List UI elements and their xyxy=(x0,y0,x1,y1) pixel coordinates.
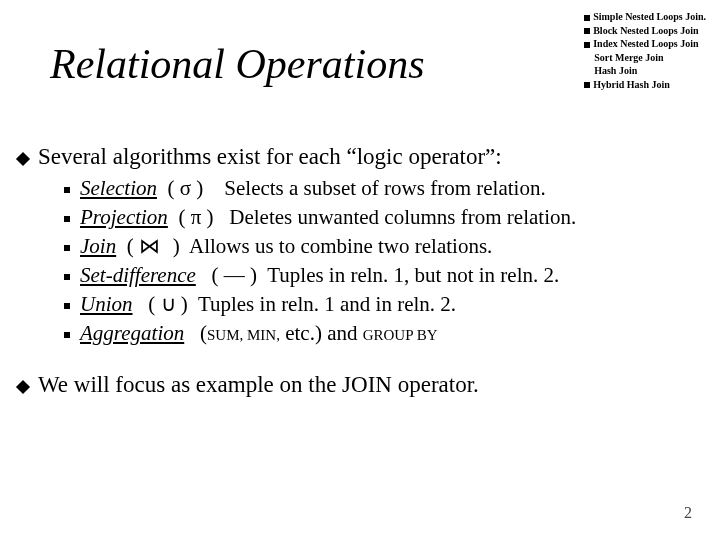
toc-label: Simple Nested Loops Join. xyxy=(593,11,706,22)
square-bullet-icon xyxy=(64,332,70,338)
toc-label: Hash Join xyxy=(594,65,637,76)
op-name: Union xyxy=(80,292,133,316)
list-item: Aggregation (SUM, MIN, etc.) and GROUP B… xyxy=(64,321,698,346)
operator-list: Selection ( σ ) Selects a subset of rows… xyxy=(64,176,698,346)
op-name: Set-difference xyxy=(80,263,196,287)
diamond-bullet-icon xyxy=(583,67,591,75)
square-bullet-icon xyxy=(64,216,70,222)
join-algorithms-toc: Simple Nested Loops Join. Block Nested L… xyxy=(584,10,706,91)
toc-item: Index Nested Loops Join xyxy=(584,37,706,51)
intro-text: Several algorithms exist for each “logic… xyxy=(38,144,502,169)
square-bullet-icon xyxy=(584,82,590,88)
list-item: Set-difference ( — ) Tuples in reln. 1, … xyxy=(64,263,698,288)
minus-icon: — xyxy=(224,263,245,287)
toc-item: Hash Join xyxy=(584,64,706,78)
pi-icon: π xyxy=(191,205,202,229)
bullet-level1: We will focus as example on the JOIN ope… xyxy=(18,372,698,398)
diamond-bullet-icon xyxy=(16,380,30,394)
toc-label: Hybrid Hash Join xyxy=(593,79,670,90)
toc-item: Simple Nested Loops Join. xyxy=(584,10,706,24)
square-bullet-icon xyxy=(584,28,590,34)
square-bullet-icon xyxy=(64,303,70,309)
diamond-bullet-icon xyxy=(16,152,30,166)
list-item: Join ( ⋈ ) Allows us to combine two rela… xyxy=(64,234,698,259)
op-desc: SUM, MIN, xyxy=(207,321,280,345)
op-name: Join xyxy=(80,234,116,258)
toc-label: Sort Merge Join xyxy=(594,52,663,63)
op-desc: Tuples in reln. 1 and in reln. 2. xyxy=(198,292,456,316)
op-desc: Selects a subset of rows from relation. xyxy=(224,176,545,200)
join-icon: ⋈ xyxy=(139,234,157,258)
bullet-level1: Several algorithms exist for each “logic… xyxy=(18,144,698,170)
toc-item: Sort Merge Join xyxy=(584,51,706,65)
sigma-icon: σ xyxy=(180,176,191,200)
op-desc: etc.) and xyxy=(280,321,363,345)
op-name: Projection xyxy=(80,205,168,229)
toc-item: Block Nested Loops Join xyxy=(584,24,706,38)
closing-text: We will focus as example on the JOIN ope… xyxy=(38,372,479,397)
page-number: 2 xyxy=(684,504,692,522)
op-desc: Deletes unwanted columns from relation. xyxy=(229,205,576,229)
square-bullet-icon xyxy=(584,42,590,48)
list-item: Selection ( σ ) Selects a subset of rows… xyxy=(64,176,698,201)
slide-body: Several algorithms exist for each “logic… xyxy=(18,140,698,398)
square-bullet-icon xyxy=(64,245,70,251)
square-bullet-icon xyxy=(584,15,590,21)
square-bullet-icon xyxy=(64,187,70,193)
toc-label: Block Nested Loops Join xyxy=(593,25,698,36)
toc-label: Index Nested Loops Join xyxy=(593,38,698,49)
op-name: Aggregation xyxy=(80,321,184,345)
union-icon: ∪ xyxy=(161,292,176,316)
op-name: Selection xyxy=(80,176,157,200)
list-item: Projection ( π ) Deletes unwanted column… xyxy=(64,205,698,230)
diamond-bullet-icon xyxy=(583,54,591,62)
square-bullet-icon xyxy=(64,274,70,280)
op-desc: Tuples in reln. 1, but not in reln. 2. xyxy=(267,263,559,287)
slide-title: Relational Operations xyxy=(50,40,424,88)
list-item: Union ( ∪ ) Tuples in reln. 1 and in rel… xyxy=(64,292,698,317)
toc-item: Hybrid Hash Join xyxy=(584,78,706,92)
op-desc: GROUP BY xyxy=(363,321,438,345)
op-desc: Allows us to combine two relations. xyxy=(189,234,492,258)
